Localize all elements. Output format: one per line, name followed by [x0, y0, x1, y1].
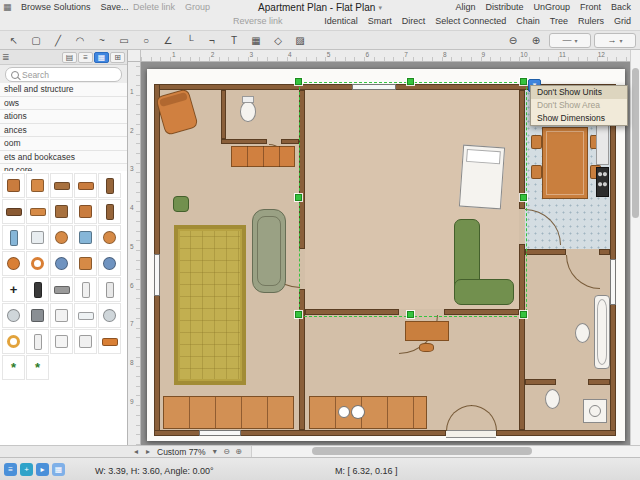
vertical-scrollbar[interactable] [630, 50, 640, 445]
menu-item-don-t-show-units[interactable]: Don't Show Units [531, 86, 627, 99]
desk[interactable] [405, 321, 449, 341]
tab-list-view[interactable]: ≡ [78, 52, 93, 63]
window-right[interactable] [610, 259, 616, 305]
marquee-tool[interactable]: ▢ [26, 33, 46, 48]
selection-handle[interactable] [407, 311, 414, 318]
menu-item-save[interactable]: Save... [101, 2, 129, 12]
washing-machine[interactable] [583, 399, 607, 423]
menu-item-tree[interactable]: Tree [550, 16, 568, 26]
toolbox-stencil[interactable] [26, 303, 49, 328]
sideboard[interactable] [252, 209, 286, 293]
menu-item-select-connected[interactable]: Select Connected [435, 16, 506, 26]
arrow-style-dropdown[interactable]: →▾ [594, 33, 636, 48]
side-chair[interactable] [173, 196, 189, 212]
counter[interactable] [596, 121, 609, 165]
crib-stencil[interactable] [74, 329, 97, 354]
library-item-ations[interactable]: ations [0, 110, 127, 124]
rectangle-tool[interactable]: ▭ [114, 33, 134, 48]
polyline-tool[interactable]: ∠ [158, 33, 178, 48]
pointer-tool[interactable]: ↖ [4, 33, 24, 48]
wall-bath-b[interactable] [588, 379, 610, 385]
stove[interactable] [596, 167, 609, 197]
small-tub-stencil[interactable] [26, 329, 49, 354]
selection-handle[interactable] [295, 78, 302, 85]
box-stencil[interactable] [50, 329, 73, 354]
selection-handle[interactable] [295, 194, 302, 201]
menu-item-chain[interactable]: Chain [516, 16, 540, 26]
horizontal-scrollbar[interactable] [251, 446, 640, 457]
sofa-stencil[interactable] [2, 199, 25, 224]
toilet[interactable] [240, 101, 256, 122]
menu-item-browse-solutions[interactable]: Browse Solutions [21, 2, 91, 12]
menu-item-grid[interactable]: Grid [614, 16, 631, 26]
chair-stencil[interactable] [26, 173, 49, 198]
dining-chair[interactable] [531, 165, 542, 179]
tab-panel-view[interactable]: ▤ [62, 52, 77, 63]
status-app-icon-4[interactable]: ▦ [52, 463, 65, 476]
selection-handle[interactable] [295, 311, 302, 318]
page-prev-button[interactable]: ◂ [130, 447, 142, 456]
wall-entry-h-a[interactable] [221, 139, 267, 144]
library-item-ows[interactable]: ows [0, 97, 127, 111]
washbasin[interactable] [575, 323, 590, 343]
menu-item-distribute[interactable]: Distribute [485, 2, 523, 12]
selection-handle[interactable] [520, 194, 527, 201]
kitchen-counter[interactable] [309, 396, 427, 429]
line-tool[interactable]: ╱ [48, 33, 68, 48]
arc-tool[interactable]: ◠ [70, 33, 90, 48]
zoom-in-icon[interactable]: ⊕ [526, 33, 546, 48]
dining-table[interactable] [542, 127, 588, 199]
fill-tool[interactable]: ▨ [290, 33, 310, 48]
status-app-icon-1[interactable]: ≡ [4, 463, 17, 476]
tab-info-view[interactable]: ⊞ [110, 52, 125, 63]
connector-tool[interactable]: └ [180, 33, 200, 48]
wall-bottom-right[interactable] [496, 430, 616, 436]
bathtub[interactable] [594, 295, 610, 369]
plant-stencil[interactable]: * [2, 355, 25, 380]
round-table-stencil[interactable] [50, 225, 73, 250]
zoom-out-button[interactable]: ⊖ [221, 447, 233, 456]
vertical-scrollbar-thumb[interactable] [632, 68, 639, 218]
mirror-stencil[interactable] [2, 303, 25, 328]
wardrobe[interactable] [231, 146, 295, 167]
zoom-out-icon[interactable]: ⊖ [503, 33, 523, 48]
tab-icons-view[interactable]: ▦ [94, 52, 109, 63]
plant-2-stencil[interactable]: * [26, 355, 49, 380]
bathtub-stencil[interactable] [2, 225, 25, 250]
status-app-icon-3[interactable]: ▸ [36, 463, 49, 476]
square-table-stencil[interactable] [74, 251, 97, 276]
corner-bath-stencil[interactable] [26, 225, 49, 250]
pouf-stencil[interactable] [50, 251, 73, 276]
area-rug[interactable] [174, 225, 246, 385]
wardrobe-stencil[interactable] [98, 199, 121, 224]
smart-connector-tool[interactable]: ¬ [202, 33, 222, 48]
library-item-ets-and-bookcases[interactable]: ets and bookcases [0, 151, 127, 165]
shower-stencil[interactable] [74, 225, 97, 250]
cabinet-row[interactable] [163, 396, 294, 429]
lamp-stencil[interactable] [98, 303, 121, 328]
wall-entry-h-b[interactable] [281, 139, 299, 144]
wall-kitchen-bottom-a[interactable] [525, 249, 566, 255]
zoom-dropdown-icon[interactable]: ▾ [209, 447, 221, 456]
desk-chair[interactable] [419, 343, 434, 352]
wall-bottom-left[interactable] [154, 430, 446, 436]
spa-stencil[interactable] [2, 251, 25, 276]
coffee-table-stencil[interactable] [50, 199, 73, 224]
library-item-ng-core[interactable]: ng core [0, 164, 127, 171]
piano-stencil[interactable] [26, 277, 49, 302]
menu-item-rulers[interactable]: Rulers [578, 16, 604, 26]
drawing-page[interactable]: ▾ Don't Show UnitsDon't Show AreaShow Di… [147, 69, 625, 441]
menu-item-align[interactable]: Align [455, 2, 475, 12]
line-weight-dropdown[interactable]: —▾ [549, 33, 591, 48]
ceiling-fan-stencil[interactable]: + [2, 277, 25, 302]
window-stencil[interactable] [74, 303, 97, 328]
small-rug-stencil[interactable] [98, 329, 121, 354]
light-stencil[interactable] [2, 329, 25, 354]
armchair-stencil[interactable] [2, 173, 25, 198]
shelf-stencil[interactable] [50, 277, 73, 302]
note-stencil[interactable] [50, 303, 73, 328]
document-title[interactable]: Apartment Plan - Flat Plan ▾ [258, 2, 382, 13]
horizontal-scrollbar-thumb[interactable] [312, 447, 532, 455]
drawing-canvas[interactable]: ▾ Don't Show UnitsDon't Show AreaShow Di… [141, 62, 630, 445]
page-next-button[interactable]: ▸ [142, 447, 154, 456]
